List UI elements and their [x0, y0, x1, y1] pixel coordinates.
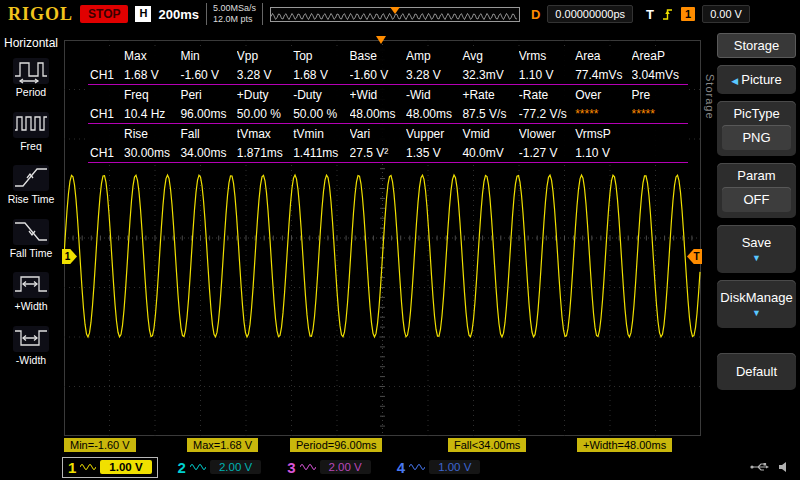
channel-number: 3 [287, 459, 295, 476]
default-button[interactable]: Default [717, 353, 796, 390]
measure-value: 1.10 V [519, 68, 575, 82]
param-label: Param [722, 168, 791, 183]
measure-value: 40.0mV [462, 146, 518, 160]
peripheral-icons [750, 461, 800, 473]
measure-header: +Wid [350, 88, 406, 102]
channel-scale: 1.00 V [429, 460, 480, 474]
measure-header: -Duty [293, 88, 349, 102]
memory-trigger-marker[interactable] [390, 7, 400, 14]
plus-width-icon [13, 272, 49, 298]
measure-header: Vari [350, 127, 406, 141]
param-value: OFF [722, 187, 791, 212]
channel-chip-3[interactable]: 3 2.00 V [281, 457, 377, 478]
channel-number: 2 [178, 459, 186, 476]
measure-header: Min [180, 49, 236, 63]
sample-rate: 5.00MSa/s [213, 3, 256, 14]
picture-label: Picture [741, 72, 781, 87]
save-button[interactable]: Save ▼ [717, 225, 796, 273]
channel-chip-1[interactable]: 1 1.00 V [62, 457, 158, 478]
measure-value: 3.04mVs [632, 68, 688, 82]
measure-chip-fall[interactable]: Fall<34.00ms [448, 438, 526, 452]
measure-value: 1.10 V [575, 146, 631, 160]
measure-chip-plus-width[interactable]: +Width=48.00ms [577, 438, 672, 452]
horizontal-label: H [135, 6, 151, 21]
measure-header: VrmsP [575, 127, 631, 141]
trigger-edge-icon [661, 7, 674, 22]
picture-button[interactable]: ◀Picture [717, 65, 796, 94]
measure-value: 32.3mV [462, 68, 518, 82]
waveform-display: 1 T MaxMinVppTopBaseAmpAvgVrmsAreaAreaPC… [62, 28, 703, 454]
channel-label: CH1 [88, 68, 124, 82]
pictype-button[interactable]: PicType PNG [717, 101, 796, 156]
measure-value: 1.68 V [124, 68, 180, 82]
dropdown-icon: ▼ [717, 254, 796, 263]
channel-wave-icon [300, 462, 316, 472]
channel-chip-2[interactable]: 2 2.00 V [172, 457, 268, 478]
measure-value: 1.35 V [406, 146, 462, 160]
measure-header: Pre [632, 88, 688, 102]
channel-label: CH1 [88, 146, 124, 160]
measure-item-rise-time[interactable]: Rise Time [8, 165, 55, 206]
measure-value-row: CH11.68 V-1.60 V3.28 V1.68 V-1.60 V3.28 … [88, 65, 688, 85]
measure-header: Vmid [462, 127, 518, 141]
measure-item-fall-time[interactable]: Fall Time [10, 219, 53, 260]
measure-value: -1.60 V [180, 68, 236, 82]
measure-chip-min[interactable]: Min=-1.60 V [64, 438, 136, 452]
measurement-chips: Min=-1.60 V Max=1.68 V Period=96.00ms Fa… [64, 438, 701, 454]
trigger-position-marker[interactable] [376, 36, 386, 44]
measure-item-label: +Width [15, 301, 48, 313]
measure-header: -Rate [519, 88, 575, 102]
measure-value: 48.00ms [350, 107, 406, 121]
menu-title: Storage [717, 33, 796, 58]
rigol-logo: RIGOL [8, 4, 73, 25]
period-icon [13, 58, 49, 84]
acquisition-info: 5.00MSa/s 12.0M pts [206, 3, 263, 26]
memory-depth: 12.0M pts [213, 14, 256, 25]
measure-chip-max[interactable]: Max=1.68 V [187, 438, 258, 452]
measure-header: +Rate [462, 88, 518, 102]
measure-value: 48.00ms [406, 107, 462, 121]
measure-value: 30.00ms [124, 146, 180, 160]
measure-header: Freq [124, 88, 180, 102]
measure-value-row: CH130.00ms34.00ms1.871ms1.411ms27.5 V²1.… [88, 143, 688, 163]
rise-time-icon [13, 165, 49, 191]
measure-item-minus-width[interactable]: -Width [13, 326, 49, 367]
measure-value: 27.5 V² [350, 146, 406, 160]
measure-header: +Duty [237, 88, 293, 102]
minus-width-icon [13, 326, 49, 352]
measure-item-plus-width[interactable]: +Width [13, 272, 49, 313]
measure-header: Peri [180, 88, 236, 102]
usb-icon [750, 461, 770, 473]
measure-item-freq[interactable]: Freq [13, 112, 49, 153]
measure-item-label: -Width [16, 355, 46, 367]
measure-chip-period[interactable]: Period=96.00ms [290, 438, 382, 452]
channel-scale: 2.00 V [210, 460, 261, 474]
measure-value: 50.00 % [293, 107, 349, 121]
measure-header: tVmax [237, 127, 293, 141]
beeper-icon [778, 461, 790, 473]
measure-header: Rise [124, 127, 180, 141]
oscilloscope-screen: RIGOL STOP H 200ms 5.00MSa/s 12.0M pts D… [0, 0, 800, 480]
submenu-left-icon: ◀ [731, 76, 738, 86]
channel-wave-icon [80, 462, 96, 472]
measure-item-label: Fall Time [10, 248, 53, 260]
pictype-label: PicType [722, 106, 791, 121]
measure-menu: Horizontal Period Freq [0, 28, 62, 454]
measure-value: -1.60 V [350, 68, 406, 82]
measure-header-row: FreqPeri+Duty-Duty+Wid-Wid+Rate-RateOver… [88, 85, 688, 104]
measure-value: 1.68 V [293, 68, 349, 82]
channel-wave-icon [190, 462, 206, 472]
measure-header-row: MaxMinVppTopBaseAmpAvgVrmsAreaAreaP [88, 46, 688, 65]
measure-header: Over [575, 88, 631, 102]
measure-item-period[interactable]: Period [13, 58, 49, 99]
measure-value: 1.411ms [293, 146, 349, 160]
memory-position-bar[interactable] [270, 7, 520, 22]
diskmanage-button[interactable]: DiskManage ▼ [717, 280, 796, 328]
measure-header: AreaP [632, 49, 688, 63]
param-button[interactable]: Param OFF [717, 163, 796, 218]
measure-header: Vrms [519, 49, 575, 63]
channel-chip-4[interactable]: 4 1.00 V [391, 457, 487, 478]
measure-header-row: RiseFalltVmaxtVminVariVupperVmidVlowerVr… [88, 124, 688, 143]
channel-label: CH1 [88, 107, 124, 121]
measure-header: Avg [462, 49, 518, 63]
